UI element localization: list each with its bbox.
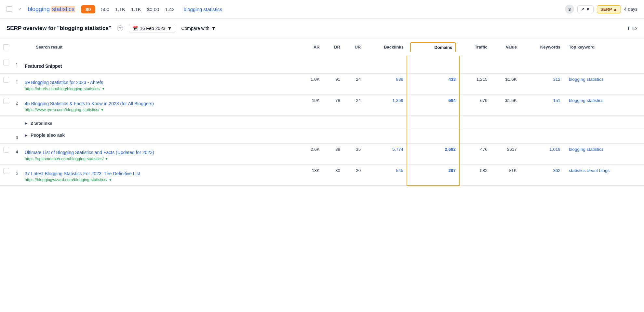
url-dropdown-icon[interactable]: ▼ [109, 178, 112, 182]
th-traffic[interactable]: Traffic [459, 38, 490, 56]
result-url[interactable]: https://www.ryrob.com/blogging-statistic… [25, 107, 294, 112]
td-keywords: 1,019 [520, 144, 564, 165]
url-dropdown-icon[interactable]: ▼ [101, 108, 104, 112]
keyword-text2: blogging statistics [184, 7, 222, 12]
trend-button[interactable]: ↗ ▼ [577, 5, 594, 13]
header-checkbox[interactable] [3, 44, 9, 50]
url-text: https://optinmonster.com/blogging-statis… [25, 157, 103, 161]
row-checkbox[interactable] [3, 147, 9, 153]
sitelinks-text: 2 Sitelinks [31, 121, 52, 126]
td-topkeyword [564, 56, 644, 74]
url-text: https://bloggingwizard.com/blogging-stat… [25, 177, 107, 182]
row-checkbox[interactable] [3, 77, 9, 83]
table-row: 5 37 Latest Blogging Statistics For 2023… [0, 164, 644, 186]
td-empty4 [364, 129, 407, 144]
row-checkbox[interactable] [3, 168, 9, 174]
td-topkeyword: blogging statistics [564, 144, 644, 165]
td-ar: 13K [298, 164, 323, 186]
th-dr[interactable]: DR [323, 38, 343, 56]
help-icon[interactable]: ? [117, 25, 123, 31]
td-ur: 24 [343, 74, 364, 95]
th-domains[interactable]: Domains [407, 38, 459, 56]
top-bar-right: 3 ↗ ▼ SERP ▲ 4 days [565, 5, 637, 14]
url-dropdown-icon[interactable]: ▼ [105, 157, 108, 161]
td-traffic: 679 [459, 94, 490, 116]
table-header-row: Search result AR DR UR Backlinks Domains [0, 38, 644, 56]
td-search: Featured Snippet [21, 56, 298, 74]
td-empty8 [564, 129, 644, 144]
metric-5: 1.42 [165, 7, 174, 12]
td-checkbox-empty [0, 116, 12, 129]
td-dr [323, 56, 343, 74]
row-checkbox[interactable] [3, 60, 9, 65]
th-num [12, 38, 21, 56]
td-value: $1K [491, 164, 520, 186]
row-checkbox[interactable] [3, 98, 9, 104]
date-button[interactable]: 📅 16 Feb 2023 ▼ [129, 24, 175, 33]
keyword-highlight: statistics [51, 6, 75, 12]
result-title[interactable]: 37 Latest Blogging Statistics For 2023: … [25, 171, 294, 177]
td-empty7 [520, 129, 564, 144]
result-title[interactable]: 59 Blogging Statistics for 2023 - Ahrefs [25, 79, 294, 86]
sitelinks-label[interactable]: ▶ 2 Sitelinks [25, 119, 294, 126]
td-dr: 91 [323, 74, 343, 95]
td-ar [298, 56, 323, 74]
td-value [491, 56, 520, 74]
th-search-result: Search result [21, 38, 298, 56]
td-domains-empty [407, 129, 459, 144]
td-search: 45 Blogging Statistics & Facts to Know i… [21, 94, 298, 116]
days-text: 4 days [624, 7, 637, 12]
people-also-ask-label[interactable]: ▶ People also ask [25, 133, 294, 138]
td-checkbox [0, 144, 12, 165]
table-row: 1 59 Blogging Statistics for 2023 - Ahre… [0, 74, 644, 95]
td-empty6 [491, 129, 520, 144]
td-value: $617 [491, 144, 520, 165]
td-ar: 2.6K [298, 144, 323, 165]
result-title[interactable]: 45 Blogging Statistics & Facts to Know i… [25, 101, 294, 107]
table-row: 2 45 Blogging Statistics & Facts to Know… [0, 94, 644, 116]
result-url[interactable]: https://ahrefs.com/blog/blogging-statist… [25, 87, 294, 91]
trend-icon: ↗ [581, 7, 584, 12]
td-dr: 88 [323, 144, 343, 165]
td-empty1 [298, 116, 323, 129]
td-ar: 19K [298, 94, 323, 116]
th-backlinks[interactable]: Backlinks [364, 38, 407, 56]
compare-label: Compare with [181, 26, 209, 31]
td-backlinks: 839 [364, 74, 407, 95]
td-keywords [520, 56, 564, 74]
metric-2: 1.1K [115, 7, 125, 12]
td-empty3 [343, 129, 364, 144]
td-ar: 1.0K [298, 74, 323, 95]
td-keywords: 362 [520, 164, 564, 186]
url-text: https://www.ryrob.com/blogging-statistic… [25, 107, 99, 112]
serp-button[interactable]: SERP ▲ [597, 5, 621, 13]
td-domains: 564 [407, 94, 459, 116]
td-backlinks [364, 56, 407, 74]
row-checkbox[interactable] [7, 6, 12, 12]
serp-label: SERP ▲ [600, 7, 617, 12]
td-dr: 80 [323, 164, 343, 186]
th-ur[interactable]: UR [343, 38, 364, 56]
td-empty5 [459, 129, 490, 144]
th-checkbox [0, 38, 12, 56]
table-body: 1 Featured Snippet 1 59 Blogging Statist… [0, 56, 644, 186]
export-label: Ex [632, 26, 637, 31]
td-topkeyword: statistics about blogs [564, 164, 644, 186]
td-backlinks: 545 [364, 164, 407, 186]
th-value[interactable]: Value [491, 38, 520, 56]
th-ar[interactable]: AR [298, 38, 323, 56]
td-checkbox [0, 56, 12, 74]
result-url[interactable]: https://bloggingwizard.com/blogging-stat… [25, 177, 294, 182]
td-empty7 [520, 116, 564, 129]
td-search: 37 Latest Blogging Statistics For 2023: … [21, 164, 298, 186]
compare-button[interactable]: Compare with ▼ [181, 26, 216, 31]
td-empty3 [343, 116, 364, 129]
people-also-ask-row: 3 ▶ People also ask [0, 129, 644, 144]
td-num: 5 [12, 164, 21, 186]
export-button[interactable]: ⬇ Ex [626, 26, 637, 31]
url-dropdown-icon[interactable]: ▼ [102, 87, 105, 91]
result-title[interactable]: Ultimate List of Blogging Statistics and… [25, 149, 294, 156]
result-url[interactable]: https://optinmonster.com/blogging-statis… [25, 157, 294, 161]
th-keywords[interactable]: Keywords [520, 38, 564, 56]
th-top-keyword[interactable]: Top keyword [564, 38, 644, 56]
